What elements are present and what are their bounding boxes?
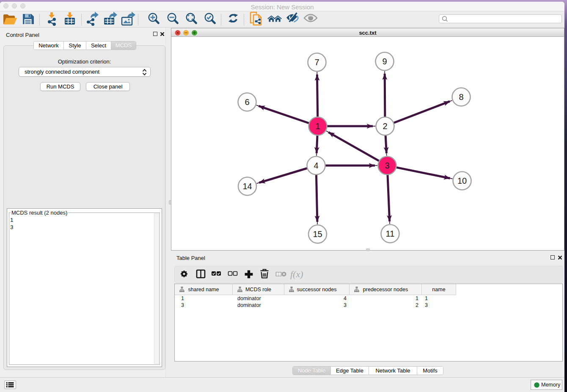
svg-text:1: 1 bbox=[315, 121, 320, 131]
svg-text:4: 4 bbox=[314, 161, 318, 170]
svg-text:2: 2 bbox=[383, 121, 387, 131]
svg-text:7: 7 bbox=[314, 58, 319, 67]
svg-text:8: 8 bbox=[459, 92, 463, 102]
svg-text:9: 9 bbox=[382, 57, 387, 66]
svg-text:f(x): f(x) bbox=[290, 269, 303, 279]
svg-text:6: 6 bbox=[245, 97, 249, 107]
svg-text:15: 15 bbox=[313, 229, 322, 239]
svg-text:3: 3 bbox=[385, 161, 389, 170]
svg-text:10: 10 bbox=[457, 176, 467, 185]
svg-text:11: 11 bbox=[386, 229, 395, 238]
svg-text:14: 14 bbox=[242, 182, 252, 191]
